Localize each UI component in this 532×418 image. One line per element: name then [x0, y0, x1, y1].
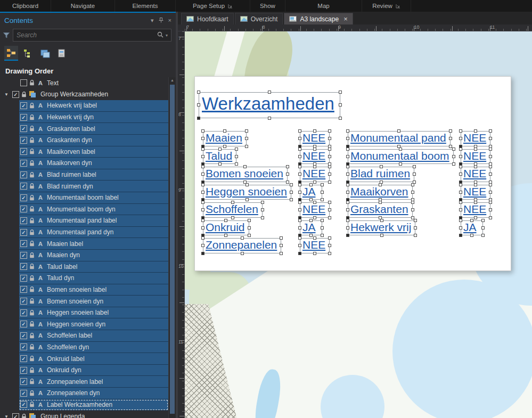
selection-handle-w[interactable] — [201, 155, 204, 158]
list-by-drawing-order-icon[interactable] — [4, 46, 18, 61]
tree-item-label-werkzaamheden[interactable]: ✓ALabel Werkzaamheden — [19, 399, 168, 411]
lock-icon[interactable] — [29, 275, 35, 281]
tree-item-group-legenda[interactable]: ▼✓Group Legenda — [4, 411, 168, 418]
selection-handle-nw[interactable] — [459, 147, 462, 151]
selection-handle-nw[interactable] — [298, 147, 301, 151]
selection-handle-se[interactable] — [280, 252, 283, 255]
selection-handle-se[interactable] — [489, 216, 492, 219]
layout-canvas[interactable]: WerkzaamhedenMaaienNEETaludNEEBomen snoe… — [185, 31, 532, 418]
visibility-checkbox[interactable]: ✓ — [20, 229, 27, 236]
selection-handle-s[interactable] — [474, 216, 477, 219]
selection-handle-n[interactable] — [313, 165, 316, 168]
lock-icon[interactable] — [29, 286, 35, 292]
lock-icon[interactable] — [29, 172, 35, 178]
selection-handle-e[interactable] — [321, 191, 324, 194]
selection-handle-e[interactable] — [489, 155, 492, 158]
selection-handle-w[interactable] — [346, 173, 349, 176]
selection-handle-nw[interactable] — [197, 91, 200, 94]
selection-handle-sw[interactable] — [197, 117, 200, 120]
selection-handle-se[interactable] — [321, 198, 324, 201]
selection-handle-ne[interactable] — [489, 147, 492, 151]
selection-handle-sw[interactable] — [298, 252, 301, 255]
lock-icon[interactable] — [21, 92, 27, 97]
label-text-monumentaal-pand[interactable]: Monumentaal pand — [348, 131, 451, 146]
tree-item-maaikorven-label[interactable]: ✓AMaaikorven label — [19, 146, 168, 158]
selection-handle-e[interactable] — [328, 173, 331, 176]
selection-handle-se[interactable] — [321, 234, 324, 237]
selection-handle-ne[interactable] — [328, 201, 331, 204]
view-tab-a3-landscape[interactable]: A3 landscape× — [284, 13, 353, 24]
lock-icon[interactable] — [29, 183, 35, 189]
selection-handle-ne[interactable] — [328, 236, 331, 240]
lock-icon[interactable] — [29, 230, 35, 235]
selection-handle-ne[interactable] — [411, 183, 414, 186]
selection-handle-se[interactable] — [414, 234, 417, 237]
selection-handle-sw[interactable] — [201, 252, 204, 255]
lock-icon[interactable] — [29, 310, 35, 316]
selection-handle-e[interactable] — [280, 244, 283, 247]
selection-handle-e[interactable] — [248, 226, 251, 230]
selection-handle-e[interactable] — [489, 137, 492, 140]
selection-handle-se[interactable] — [286, 181, 289, 184]
selection-handle-n[interactable] — [241, 236, 244, 240]
selection-handle-n[interactable] — [474, 183, 477, 186]
value-text-monumentaal-pand[interactable]: NEE — [461, 131, 490, 146]
selection-handle-n[interactable] — [397, 129, 400, 133]
lock-icon[interactable] — [29, 80, 35, 86]
value-text-zonnepanelen[interactable]: NEE — [300, 238, 330, 253]
selection-handle-w[interactable] — [201, 244, 204, 247]
visibility-checkbox[interactable]: ✓ — [20, 125, 27, 132]
selection-handle-w[interactable] — [459, 226, 462, 230]
tree-item-blad-ruimen-label[interactable]: ✓ABlad ruimen label — [19, 169, 168, 181]
selection-handle-w[interactable] — [459, 208, 462, 211]
selection-handle-se[interactable] — [328, 252, 331, 255]
selection-handle-n[interactable] — [313, 147, 316, 151]
lock-icon[interactable] — [29, 252, 35, 258]
lock-icon[interactable] — [29, 401, 35, 407]
selection-handle-s[interactable] — [245, 198, 249, 201]
search-icon[interactable] — [157, 30, 163, 40]
tree-item-graskanten-dyn[interactable]: ✓AGraskanten dyn — [19, 135, 168, 146]
visibility-checkbox[interactable]: ✓ — [20, 137, 27, 144]
lock-icon[interactable] — [29, 137, 35, 143]
selection-handle-n[interactable] — [474, 201, 477, 204]
visibility-checkbox[interactable]: ✓ — [20, 240, 27, 247]
selection-handle-e[interactable] — [245, 137, 248, 140]
selection-handle-nw[interactable] — [346, 147, 349, 151]
selection-handle-s[interactable] — [223, 145, 226, 148]
selection-handle-e[interactable] — [449, 137, 452, 140]
tree-item-hekwerk-vrij-dyn[interactable]: ✓AHekwerk vrij dyn — [19, 112, 168, 124]
selection-handle-e[interactable] — [413, 173, 416, 176]
lock-icon[interactable] — [29, 390, 35, 396]
visibility-checkbox[interactable]: ✓ — [20, 367, 27, 374]
visibility-checkbox[interactable]: ✓ — [20, 343, 27, 350]
close-panel-icon[interactable]: × — [168, 17, 171, 23]
visibility-checkbox[interactable]: ✓ — [20, 355, 27, 362]
value-text-bomen-snoeien[interactable]: NEE — [300, 167, 330, 182]
ribbon-group-label[interactable]: Review — [372, 3, 392, 9]
selection-handle-ne[interactable] — [489, 129, 492, 133]
selection-handle-w[interactable] — [298, 226, 301, 230]
selection-handle-nw[interactable] — [459, 129, 462, 133]
visibility-checkbox[interactable]: ✓ — [20, 275, 27, 282]
selection-handle-n[interactable] — [379, 201, 382, 204]
selection-handle-nw[interactable] — [298, 183, 301, 186]
expand-caret-icon[interactable]: ▼ — [4, 414, 11, 418]
selection-handle-w[interactable] — [298, 244, 301, 247]
tree-item-monumentaal-boom-label[interactable]: ✓AMonumentaal boom label — [19, 192, 168, 204]
tree-item-monumentaal-pand-dyn[interactable]: ✓AMonumentaal pand dyn — [19, 227, 168, 239]
selection-handle-n[interactable] — [313, 129, 316, 133]
selection-handle-s[interactable] — [231, 216, 234, 219]
tree-item-zonnepanelen-dyn[interactable]: ✓AZonnepanelen dyn — [19, 388, 168, 399]
selection-handle-s[interactable] — [224, 234, 227, 237]
label-text-zonnepanelen[interactable]: Zonnepanelen — [203, 238, 281, 253]
selection-handle-nw[interactable] — [201, 219, 204, 222]
lock-icon[interactable] — [29, 160, 35, 166]
view-tab-overzicht[interactable]: Overzicht — [235, 13, 283, 24]
tree-item-talud-dyn[interactable]: ✓ATalud dyn — [19, 273, 168, 284]
lock-icon[interactable] — [29, 298, 35, 304]
label-text-heggen-snoeien[interactable]: Heggen snoeien — [203, 185, 291, 200]
selection-handle-ne[interactable] — [290, 183, 293, 186]
label-text-graskanten[interactable]: Graskanten — [348, 202, 413, 218]
visibility-checkbox[interactable]: ✓ — [20, 401, 27, 408]
